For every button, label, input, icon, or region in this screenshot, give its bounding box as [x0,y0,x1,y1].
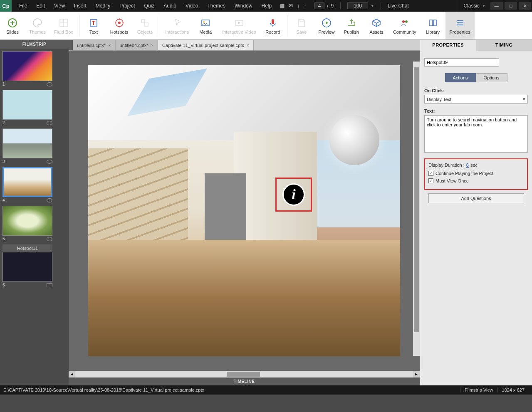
eye-icon[interactable] [47,160,52,164]
master-slide-icon[interactable] [47,283,52,287]
eye-icon[interactable] [47,198,52,202]
menu-quiz[interactable]: Quiz [140,1,159,10]
hotspots-button[interactable]: Hotspots [106,12,132,39]
object-name-input[interactable] [424,58,499,67]
record-button[interactable]: Record [260,12,285,39]
slides-button[interactable]: Slides [0,12,25,39]
scroll-left-icon[interactable]: ◄ [69,371,75,377]
svg-point-15 [405,20,408,23]
close-icon[interactable]: × [108,43,111,48]
tab-timing[interactable]: TIMING [476,40,532,51]
menu-insert[interactable]: Insert [70,1,91,10]
close-button[interactable]: ✕ [519,2,531,10]
slide-thumb-1[interactable]: 1 [2,51,66,86]
menu-project[interactable]: Project [115,1,139,10]
menu-file[interactable]: File [15,1,31,10]
sync-down-icon[interactable]: ↓ [297,3,299,9]
tab-untitled4[interactable]: untitled4.cptx*× [116,40,158,50]
ribbon-label: Interactions [165,30,189,35]
subtab-options[interactable]: Options [476,73,507,82]
slide-thumb-3[interactable]: 3 [2,128,66,164]
eye-icon[interactable] [47,121,52,125]
continue-checkbox[interactable]: ✓ [428,171,433,176]
slide-number: 2 [2,121,5,125]
duration-value-input[interactable]: 6 [466,163,469,168]
zoom-dropdown[interactable]: 100 [347,2,368,9]
properties-button[interactable]: Properties [445,12,475,39]
image-icon [200,17,211,29]
vertical-scrollbar[interactable] [413,62,420,356]
text-icon: T [88,17,99,29]
slide-number: 6 [2,283,5,287]
live-chat-button[interactable]: Live Chat [384,1,413,10]
menu-window[interactable]: Window [230,1,257,10]
menu-view[interactable]: View [50,1,69,10]
separator [287,15,287,36]
duration-unit: sec [470,163,478,168]
pointer-icon [171,17,183,29]
tab-untitled3[interactable]: untitled3.cptx*× [73,40,116,50]
svg-rect-7 [145,23,148,26]
publish-button[interactable]: Publish [339,12,364,39]
slide-thumb-4[interactable]: 4 [2,167,66,202]
status-bar: E:\CAPTIVATE 2019\10-Source\Vertual real… [0,385,532,395]
slide-thumb-5[interactable]: 5 [2,206,66,241]
add-questions-button[interactable]: Add Questions [428,193,524,203]
target-icon [114,17,125,29]
slide-number: 1 [2,82,5,86]
slide-canvas[interactable]: i [88,65,400,356]
mustview-checkbox[interactable]: ✓ [428,178,433,183]
ribbon-label: Themes [29,30,46,35]
menu-audio[interactable]: Audio [159,1,181,10]
chevron-down-icon: ▾ [523,96,525,102]
ribbon-label: Objects [137,30,153,35]
chevron-down-icon: ▼ [482,4,485,8]
themes-button: Themes [25,12,50,39]
tab-label: untitled4.cptx* [120,43,148,48]
chevron-down-icon[interactable]: ▼ [371,4,374,8]
info-icon[interactable]: i [282,183,305,206]
hotspot-text-input[interactable]: Turn around to search navigation button … [424,115,528,153]
fluidbox-button: Fluid Box [50,12,77,39]
eye-icon[interactable] [47,237,52,241]
menu-video[interactable]: Video [181,1,202,10]
duration-options-group: Display Duration : 6 sec ✓ Continue Play… [424,158,528,190]
slide-thumb-2[interactable]: 2 [2,90,66,125]
close-icon[interactable]: × [151,43,153,48]
page-current-input[interactable]: 4 [314,2,324,9]
timeline-header[interactable]: TIMELINE [69,377,420,385]
assets-button[interactable]: Assets [364,12,389,39]
library-button[interactable]: Library [421,12,445,39]
properties-panel: PROPERTIES TIMING Actions Options On Cli… [420,40,532,385]
close-icon[interactable]: × [247,43,249,48]
horizontal-scrollbar[interactable]: ◄ ► [69,371,420,377]
eye-icon[interactable] [47,82,52,86]
play-circle-icon [321,17,332,29]
subtab-actions[interactable]: Actions [445,73,476,82]
slide-thumb-6[interactable]: 6 [2,252,66,287]
onclick-dropdown[interactable]: Display Text ▾ [424,95,528,104]
mail-icon[interactable]: ✉ [289,3,293,9]
save-icon [296,17,307,29]
text-button[interactable]: T Text [81,12,106,39]
layout-icon[interactable]: ▦ [280,3,285,9]
menu-modify[interactable]: Modify [92,1,114,10]
microphone-icon [267,17,279,29]
community-button[interactable]: Community [389,12,421,39]
workspace-label: Classic [463,3,480,9]
tab-properties[interactable]: PROPERTIES [420,40,476,51]
tab-label: Captivate 11_Virtual project sample.cptx [162,43,244,48]
menu-themes[interactable]: Themes [203,1,229,10]
svg-text:T: T [92,20,96,26]
hotspot-selection[interactable]: i [275,178,312,212]
maximize-button[interactable]: □ [505,2,517,10]
minimize-button[interactable]: ― [490,2,503,10]
media-button[interactable]: Media [193,12,218,39]
sync-up-icon[interactable]: ↑ [304,3,306,9]
menu-edit[interactable]: Edit [32,1,49,10]
workspace-dropdown[interactable]: Classic ▼ [459,0,490,12]
tab-captivate-sample[interactable]: Captivate 11_Virtual project sample.cptx… [158,40,254,50]
menu-help[interactable]: Help [257,1,276,10]
preview-button[interactable]: Preview [314,12,339,39]
scroll-right-icon[interactable]: ► [413,371,420,377]
